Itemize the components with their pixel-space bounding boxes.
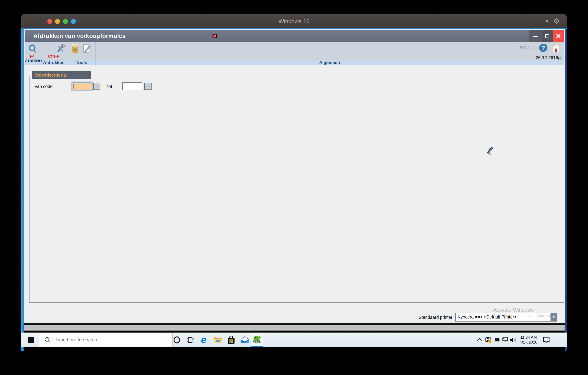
active-app-button[interactable] — [251, 332, 263, 347]
detach-window-icon[interactable]: ↗ — [212, 34, 217, 38]
screen: Windows 10 ▾ ⚙ Afdrukken van verkoopform… — [0, 0, 588, 375]
ribbon-background — [25, 42, 564, 61]
tools-wrench-icon[interactable] — [56, 44, 65, 54]
ribbon-toolbar: F4 Zoeken Ctrl-P Afdrukken — [25, 42, 564, 65]
vm-settings-gear-icon[interactable]: ⚙ — [554, 17, 560, 25]
sync-notification-icon — [485, 337, 492, 343]
algemeen-group-label[interactable]: Algemeen — [95, 61, 564, 65]
taskbar-clock[interactable]: 11:34 AM 4/17/2020 — [517, 332, 539, 347]
close-button[interactable]: ✕ — [553, 30, 564, 42]
search-icon — [44, 337, 51, 343]
minimize-icon — [533, 35, 538, 37]
network-icon — [502, 337, 508, 343]
task-view-button[interactable] — [186, 332, 195, 347]
desktop-wallpaper-left — [21, 29, 24, 351]
mail-icon — [241, 336, 249, 343]
action-center-icon — [543, 337, 550, 343]
start-button[interactable] — [26, 332, 35, 347]
selectiecriteria-tab[interactable]: Selectiecriteria — [32, 71, 91, 79]
database-jar-icon[interactable] — [72, 44, 79, 54]
task-view-icon — [187, 336, 194, 343]
van-code-input[interactable] — [72, 82, 92, 90]
search-input[interactable] — [54, 337, 151, 343]
action-center-button[interactable] — [542, 332, 551, 347]
windows-desktop: Afdrukken van verkoopformules ↗ ✕ — [21, 28, 567, 351]
afdrukken-shortcut: Ctrl-P — [40, 54, 68, 58]
tray-battery[interactable] — [493, 332, 501, 347]
cortana-button[interactable] — [172, 332, 181, 347]
tools-group-label[interactable]: Tools — [68, 61, 95, 65]
app-window: Afdrukken van verkoopformules ↗ ✕ — [24, 29, 565, 323]
app-titlebar[interactable]: Afdrukken van verkoopformules ↗ ✕ — [25, 30, 564, 42]
clock-time: 11:34 AM — [517, 335, 539, 340]
text-caret — [73, 84, 74, 89]
minimize-button[interactable] — [529, 30, 542, 42]
macos-vm-window: Windows 10 ▾ ⚙ Afdrukken van verkoopform… — [21, 14, 567, 351]
battery-icon — [493, 337, 501, 342]
app-content: Selectiecriteria Van code ... tot ... — [25, 65, 564, 322]
clock-date: 4/17/2020 — [517, 340, 539, 345]
tray-expand-button[interactable] — [475, 332, 483, 347]
activate-windows-watermark-line2: Go to Settings to activate Windows. — [493, 314, 553, 318]
speaker-icon — [510, 337, 517, 342]
store-icon — [227, 336, 235, 344]
vm-menu-triangle-icon[interactable]: ▾ — [546, 18, 548, 24]
maximize-icon — [545, 34, 549, 38]
windows-taskbar: e — [21, 332, 567, 347]
zoeken-button[interactable]: Zoeken — [25, 58, 40, 63]
activate-windows-watermark: Activate Windows — [493, 307, 534, 313]
standaard-printer-label: Standaard printer — [419, 315, 452, 320]
vm-window-title: Windows 10 — [21, 14, 567, 28]
pencil-cursor-icon — [486, 146, 497, 158]
tray-sync-status[interactable] — [484, 332, 493, 347]
edge-button[interactable]: e — [199, 332, 209, 347]
chameleon-app-icon — [252, 334, 262, 344]
mail-button[interactable] — [240, 332, 250, 347]
tot-input[interactable] — [122, 82, 142, 90]
tot-label: tot — [107, 84, 112, 89]
edit-document-icon[interactable] — [83, 44, 91, 54]
taskbar-search[interactable] — [39, 332, 173, 347]
macos-titlebar[interactable]: Windows 10 ▾ ⚙ — [21, 14, 567, 28]
home-icon[interactable] — [551, 43, 561, 52]
chevron-up-icon — [477, 338, 482, 341]
status-strip — [24, 325, 565, 331]
tot-browse-button[interactable]: ... — [144, 83, 152, 90]
maximize-button[interactable] — [542, 30, 553, 42]
help-icon[interactable]: ? — [539, 44, 547, 52]
file-explorer-icon — [213, 336, 222, 343]
desktop-wallpaper-right — [565, 29, 567, 351]
windows-logo-icon — [27, 337, 34, 343]
selectiecriteria-panel — [29, 76, 564, 303]
tray-volume[interactable] — [509, 332, 517, 347]
search-magnifier-icon[interactable] — [28, 44, 38, 54]
tray-network[interactable] — [501, 332, 509, 347]
cortana-icon — [173, 336, 180, 343]
close-icon: ✕ — [556, 33, 561, 39]
file-explorer-button[interactable] — [212, 332, 222, 347]
afdrukken-group-label[interactable]: Afdrukken — [40, 61, 68, 65]
session-date: 26-12-2019g — [536, 55, 561, 60]
van-code-browse-button[interactable]: ... — [93, 83, 100, 90]
edge-icon: e — [201, 335, 207, 345]
van-code-label: Van code — [34, 84, 53, 89]
app-window-title: Afdrukken van verkoopformules — [33, 33, 126, 39]
period-indicator: 2017/ 1 — [518, 45, 536, 50]
store-button[interactable] — [226, 332, 236, 347]
